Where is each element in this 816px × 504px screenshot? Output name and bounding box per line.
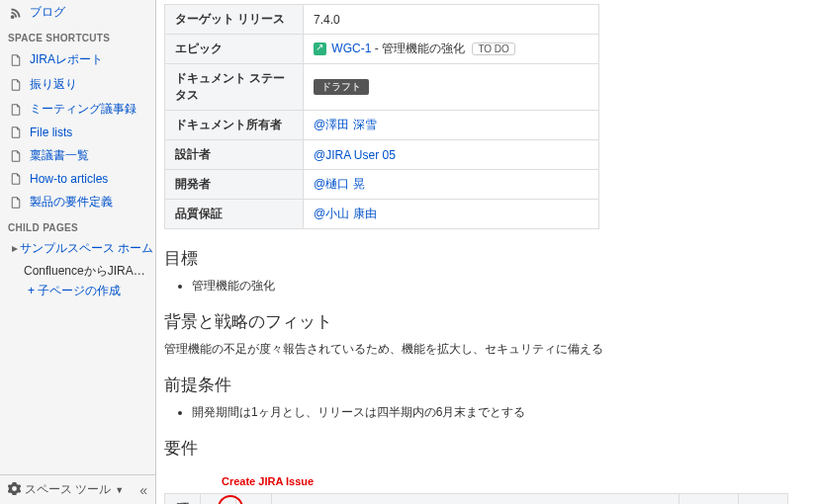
col-comment	[201, 494, 236, 505]
mention-designer[interactable]: JIRA User 05	[314, 148, 396, 162]
requirements-table-wrap: Create JIRA Issue 項番 ストーリー 重要度 メモ 1 パスワー…	[164, 493, 788, 504]
sidebar-item-jira-report[interactable]: JIRAレポート	[0, 47, 155, 72]
col-story: ストーリー	[272, 494, 680, 505]
sidebar-blog[interactable]: ブログ	[0, 0, 155, 25]
main-content: ターゲット リリース7.4.0 エピック WGC-1 - 管理機能の強化 TO …	[156, 0, 816, 504]
annotation-label: Create JIRA Issue	[222, 475, 314, 487]
page-icon	[8, 126, 24, 138]
sidebar-item-label: 稟議書一覧	[30, 147, 89, 164]
col-memo: メモ	[739, 494, 788, 505]
sidebar: ブログ SPACE SHORTCUTS JIRAレポート 振り返り ミーティング…	[0, 0, 156, 504]
meta-value: 7.4.0	[304, 5, 599, 35]
sidebar-item-file-lists[interactable]: File lists	[0, 122, 155, 143]
meta-label: 開発者	[165, 170, 304, 200]
tree-expand-icon: ▸	[12, 241, 18, 255]
create-child-page[interactable]: + 子ページの作成	[8, 283, 155, 299]
jira-issue-icon	[314, 42, 326, 55]
sidebar-item-label: 製品の要件定義	[30, 194, 113, 210]
meta-label: エピック	[165, 35, 304, 64]
status-lozenge: TO DO	[472, 42, 514, 55]
meta-label: ターゲット リリース	[165, 5, 304, 35]
sidebar-item-label: ブログ	[30, 4, 65, 21]
draft-badge: ドラフト	[314, 79, 369, 95]
sidebar-item-proposals[interactable]: 稟議書一覧	[0, 143, 155, 168]
section-precond-title: 前提条件	[164, 374, 788, 396]
section-goals-title: 目標	[164, 247, 788, 270]
requirements-table: 項番 ストーリー 重要度 メモ 1 パスワード有効期限設定 毎月ユーザのパスワー…	[164, 493, 788, 504]
mention-developer[interactable]: 樋口 晃	[314, 177, 365, 191]
col-no: 項番	[165, 494, 201, 505]
section-background-title: 背景と戦略のフィット	[164, 310, 788, 333]
meta-label: ドキュメント所有者	[165, 111, 304, 140]
page-icon	[8, 197, 24, 209]
rss-icon	[8, 7, 24, 19]
space-tools-button[interactable]: スペース ツール ▼	[8, 481, 124, 498]
goal-item: 管理機能の強化	[192, 278, 788, 294]
precond-item: 開発期間は1ヶ月とし、リリースは四半期内の6月末までとする	[192, 404, 788, 421]
tree-root[interactable]: ▸サンプルスペース ホーム	[8, 237, 155, 260]
section-shortcuts: SPACE SHORTCUTS	[0, 25, 155, 47]
col-importance: 重要度	[680, 494, 739, 505]
sidebar-item-label: 振り返り	[30, 76, 77, 93]
page-icon	[8, 150, 24, 162]
sidebar-item-label: ミーティング議事録	[30, 101, 136, 118]
page-icon	[8, 79, 24, 91]
page-icon	[8, 104, 24, 116]
sidebar-item-retro[interactable]: 振り返り	[0, 72, 155, 97]
background-text: 管理機能の不足が度々報告されているため、機能を拡大し、セキュリティに備える	[164, 341, 788, 358]
tree-child-current[interactable]: ConfluenceからJIRA課題...	[8, 260, 155, 283]
chevron-down-icon: ▼	[115, 485, 124, 495]
metadata-table: ターゲット リリース7.4.0 エピック WGC-1 - 管理機能の強化 TO …	[164, 4, 599, 229]
sidebar-item-label: File lists	[30, 126, 72, 139]
collapse-sidebar-button[interactable]: «	[139, 482, 147, 498]
sidebar-item-requirements[interactable]: 製品の要件定義	[0, 190, 155, 214]
col-create-jira[interactable]	[236, 494, 272, 505]
mention-owner[interactable]: 澤田 深雪	[314, 118, 377, 131]
sidebar-footer: スペース ツール ▼ «	[0, 474, 155, 504]
sidebar-item-label: JIRAレポート	[30, 51, 103, 68]
meta-label: ドキュメント ステータス	[165, 64, 304, 111]
jira-issue-link[interactable]: WGC-1	[331, 42, 371, 55]
meta-label: 品質保証	[165, 200, 304, 229]
sidebar-item-meeting[interactable]: ミーティング議事録	[0, 97, 155, 122]
page-icon	[8, 173, 24, 185]
sidebar-item-howto[interactable]: How-to articles	[0, 168, 155, 190]
section-child-pages: CHILD PAGES	[0, 214, 155, 237]
meta-label: 設計者	[165, 140, 304, 170]
page-icon	[8, 54, 24, 66]
gear-icon	[8, 482, 21, 498]
section-requirements-title: 要件	[164, 437, 788, 460]
epic-text: - 管理機能の強化	[375, 42, 465, 55]
mention-qa[interactable]: 小山 康由	[314, 207, 377, 220]
sidebar-item-label: How-to articles	[30, 172, 108, 186]
